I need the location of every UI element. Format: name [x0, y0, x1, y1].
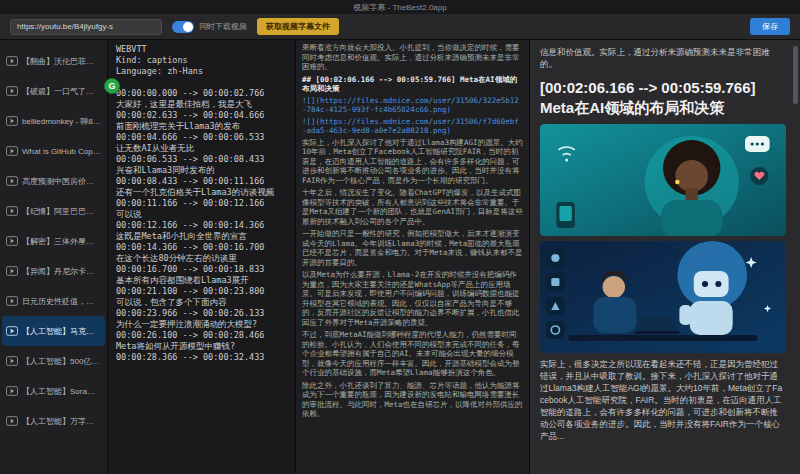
markdown-paragraph: 除此之外，小扎还谈到了算力、能源、芯片等话题，他认为能源将成为下一个重要的瓶颈，… — [302, 381, 523, 419]
sidebar-item[interactable]: 高度预测中国房价波动… — [2, 166, 105, 196]
sidebar-item-label: What is GitHub Copilot… — [22, 147, 101, 156]
chat-bubble-icon — [745, 136, 770, 152]
video-icon — [6, 236, 18, 246]
transcript-line: 00:00:00.000 --> 00:00:02.766 — [116, 88, 287, 99]
video-list-sidebar: 【翻曲】沃伦巴菲特20… 【破观】一口气了解董… belliedmonkey -… — [0, 40, 108, 474]
transcript-line: 00:00:12.166 --> 00:00:14.366 — [116, 220, 287, 231]
get-subtitles-button[interactable]: 获取视频字幕文件 — [257, 18, 339, 35]
transcript-line: 这既是Meta和小扎向全世界的宣言 — [116, 231, 287, 242]
markdown-source-pane[interactable]: 果断看准方向就会大胆投入。小扎提到，当你做决定的时候，需要同时考虑信息和价值观。… — [296, 40, 530, 474]
download-video-toggle-label: 同时下载视频 — [199, 21, 247, 32]
sidebar-item-label: 【解密】三体外星人不… — [22, 236, 101, 247]
markdown-paragraph: 一开始做的只是一般性的研究，例如把模型做大，后来才逐渐演变成今天的Llama。今… — [302, 229, 523, 267]
transcript-line: 让无数AI从业者无比 — [116, 143, 287, 154]
sidebar-item[interactable]: 【人工智能】万字通俗… — [2, 406, 105, 436]
toolbar: https://youtu.be/B4jlyufgy-s 同时下载视频 获取视频… — [0, 14, 800, 40]
markdown-image-link[interactable]: ![](https://files.mdnice.com/user/31506/… — [302, 117, 523, 136]
sidebar-item-label: 【破观】一口气了解董… — [22, 86, 101, 97]
sidebar-item-label: 【人工智能】万字通俗… — [22, 416, 101, 427]
sidebar-item-label: belliedmonkey - 聊84… — [22, 116, 101, 127]
transcript-line: 在这个长达80分钟左右的访谈里 — [116, 253, 287, 264]
preview-scrollbar-thumb[interactable] — [793, 46, 798, 104]
transcript-line: 大家好，这里是最佳拍档，我是大飞 — [116, 99, 287, 110]
preview-body-text: 实际上，很多决定之所以现在看起来还不错，正是因为曾经犯过错误，并且从中吸取了教训… — [540, 358, 786, 442]
transcript-line: 00:00:14.366 --> 00:00:16.700 — [116, 242, 287, 253]
sidebar-item[interactable]: belliedmonkey - 聊84… — [2, 106, 105, 136]
video-icon — [6, 266, 18, 276]
transcript-line: 可以说 — [116, 209, 287, 220]
transcript-line: 00:00:23.966 --> 00:00:26.133 — [116, 308, 287, 319]
preview-heading: [00:02:06.166 --> 00:05:59.766] Meta在AI领… — [540, 78, 786, 118]
markdown-paragraph: 十年之后，情况发生了变化。随着ChatGPT的爆发，以及生成式图像模型等技术的突… — [302, 188, 523, 226]
video-icon — [6, 176, 18, 186]
transcript-line: 00:00:08.433 --> 00:00:11.166 — [116, 176, 287, 187]
download-video-toggle-group: 同时下载视频 — [172, 21, 247, 33]
app-window: 视频字幕 - TheBest2.0app https://youtu.be/B4… — [0, 0, 800, 474]
transcript-line: 基本所有内容都围绕着Llama3展开 — [116, 275, 287, 286]
transcript-line: 还有一个扎克伯格关于Llama3的访谈视频 — [116, 187, 287, 198]
markdown-paragraph: 以及Meta为什么要开源，Llama-2在开发的时候并没有把编码作为重点，因为大… — [302, 270, 523, 327]
assistant-avatar[interactable]: G — [104, 78, 120, 94]
sidebar-item[interactable]: 【人工智能】Sora横空… — [2, 376, 105, 406]
transcript-line: 00:00:28.366 --> 00:00:32.433 — [116, 352, 287, 363]
transcript-line: WEBVTT — [116, 44, 287, 55]
transcript-line — [116, 77, 287, 88]
main-area: 【翻曲】沃伦巴菲特20… 【破观】一口气了解董… belliedmonkey -… — [0, 40, 800, 474]
transcript-line: 00:00:06.533 --> 00:00:08.433 — [116, 154, 287, 165]
markdown-image-link[interactable]: ![](https://files.mdnice.com/user/31506/… — [302, 96, 523, 115]
transcript-line: 为什么一定要押注浪潮涌动的大模型? — [116, 319, 287, 330]
toggle-knob — [183, 22, 193, 32]
sidebar-item[interactable]: 【异闻】丹尼尔卡尼曼… — [2, 256, 105, 286]
sidebar-item[interactable]: 【破观】一口气了解董… — [2, 76, 105, 106]
video-icon — [6, 356, 18, 366]
preview-intro-text: 信息和价值观。实际上，通过分析来源确预测未来是非常困难的。 — [540, 46, 786, 70]
video-icon — [6, 386, 18, 396]
transcript-line: 可以说，包含了多个下面内容 — [116, 297, 287, 308]
video-icon — [6, 86, 18, 96]
heart-icon — [750, 167, 768, 185]
sidebar-item[interactable]: 日元历史性贬值，意味… — [2, 286, 105, 316]
subtitle-transcript-pane[interactable]: WEBVTT Kind: captions Language: zh-Hans … — [108, 40, 296, 474]
transcript-line: 00:00:04.666 --> 00:00:06.533 — [116, 132, 287, 143]
video-icon — [6, 326, 18, 336]
transcript-line: Kind: captions — [116, 55, 287, 66]
sidebar-item[interactable]: 【人工智能】500亿美金… — [2, 346, 105, 376]
sidebar-item-selected[interactable]: 【人工智能】马克扎克… — [2, 316, 105, 346]
assistant-avatar-label: G — [108, 81, 115, 91]
ai-portrait-illustration — [540, 124, 786, 236]
sidebar-item-label: 高度预测中国房价波动… — [22, 176, 101, 187]
download-video-toggle[interactable] — [172, 21, 194, 33]
sidebar-item-label: 日元历史性贬值，意味… — [22, 296, 101, 307]
save-button[interactable]: 保存 — [750, 18, 790, 35]
markdown-preview-pane[interactable]: 信息和价值观。实际上，通过分析来源确预测未来是非常困难的。 [00:02:06.… — [530, 40, 800, 474]
sidebar-item-label: 【翻曲】沃伦巴菲特20… — [22, 56, 101, 67]
sidebar-item-label: 【人工智能】Sora横空… — [22, 386, 101, 397]
video-icon — [6, 296, 18, 306]
sidebar-item[interactable]: 【翻曲】沃伦巴菲特20… — [2, 46, 105, 76]
sidebar-item-label: 【人工智能】500亿美金… — [22, 356, 101, 367]
transcript-line: 前面刚梳理完关于Llama3的发布 — [116, 121, 287, 132]
transcript-line: 00:00:26.100 --> 00:00:28.466 — [116, 330, 287, 341]
window-title: 视频字幕 - TheBest2.0app — [353, 2, 446, 13]
video-icon — [6, 416, 18, 426]
transcript-line: 00:00:16.700 --> 00:00:18.833 — [116, 264, 287, 275]
ai-robot-illustration — [540, 241, 786, 353]
transcript-line: 00:00:11.166 --> 00:00:12.166 — [116, 198, 287, 209]
url-input[interactable]: https://youtu.be/B4jlyufgy-s — [10, 19, 162, 35]
video-icon — [6, 116, 18, 126]
markdown-paragraph: 果断看准方向就会大胆投入。小扎提到，当你做决定的时候，需要同时考虑信息和价值观。… — [302, 43, 523, 72]
transcript-line: Meta将如何从开源模型中赚钱? — [116, 341, 287, 352]
transcript-line: 00:00:02.633 --> 00:00:04.666 — [116, 110, 287, 121]
video-icon — [6, 206, 18, 216]
sidebar-item[interactable]: What is GitHub Copilot… — [2, 136, 105, 166]
sidebar-item-label: 【纪情】阿里巴巴双信… — [22, 206, 101, 217]
sidebar-item[interactable]: 【纪情】阿里巴巴双信… — [2, 196, 105, 226]
video-icon — [6, 146, 18, 156]
transcript-line: Language: zh-Hans — [116, 66, 287, 77]
sidebar-item-label: 【人工智能】马克扎克… — [22, 326, 101, 337]
transcript-line: 兴奋和Llama3同时发布的 — [116, 165, 287, 176]
markdown-paragraph: 不过，到底MetaAI能做到哪种程度的代理人能力，仍然需要时间的检验。小扎认为，… — [302, 330, 523, 378]
sidebar-item-label: 【异闻】丹尼尔卡尼曼… — [22, 266, 101, 277]
sidebar-item[interactable]: 【解密】三体外星人不… — [2, 226, 105, 256]
preview-scrollbar[interactable] — [793, 42, 798, 472]
